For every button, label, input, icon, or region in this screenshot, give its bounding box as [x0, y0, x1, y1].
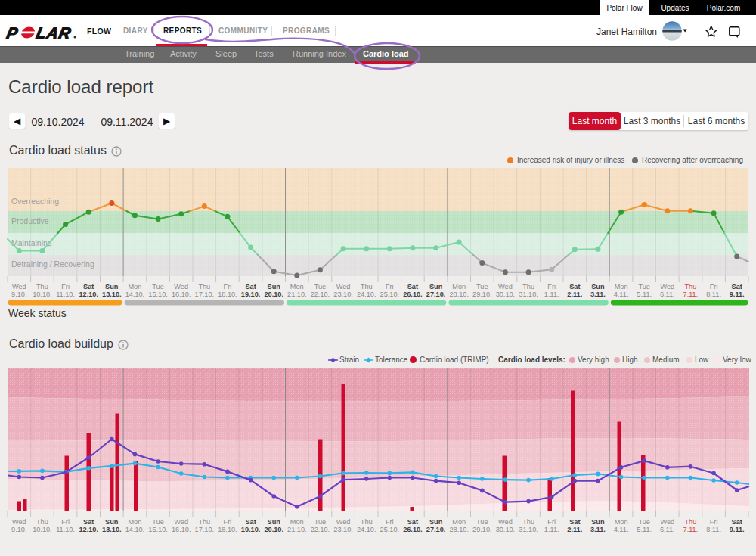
svg-text:Sun: Sun [429, 518, 443, 526]
svg-text:Sun: Sun [105, 518, 119, 526]
svg-text:27.10.: 27.10. [426, 290, 446, 298]
svg-text:21.10.: 21.10. [287, 526, 307, 533]
svg-text:Thu: Thu [36, 518, 48, 526]
svg-text:6.11.: 6.11. [660, 526, 675, 533]
svg-text:9.11.: 9.11. [730, 290, 745, 298]
svg-text:20.10.: 20.10. [264, 526, 284, 533]
svg-text:Wed: Wed [498, 518, 513, 526]
svg-text:26.10.: 26.10. [403, 526, 423, 533]
svg-text:30.10.: 30.10. [496, 290, 516, 298]
svg-text:24.10.: 24.10. [357, 526, 376, 533]
svg-text:15.10.: 15.10. [148, 290, 168, 298]
svg-text:31.10.: 31.10. [519, 526, 538, 533]
svg-text:Sat: Sat [407, 518, 418, 526]
svg-text:Fri: Fri [547, 518, 556, 526]
svg-text:Detraining / Recovering: Detraining / Recovering [11, 259, 94, 269]
svg-text:22.10.: 22.10. [311, 526, 330, 533]
svg-text:Mon: Mon [290, 283, 304, 290]
svg-text:Sun: Sun [591, 283, 605, 290]
svg-text:Thu: Thu [522, 518, 534, 526]
svg-text:3.11.: 3.11. [590, 290, 606, 298]
svg-text:Thu: Thu [361, 518, 373, 526]
svg-text:Tue: Tue [152, 518, 164, 526]
svg-text:11.10.: 11.10. [56, 290, 75, 298]
svg-text:23.10.: 23.10. [333, 290, 353, 298]
svg-text:16.10.: 16.10. [172, 526, 191, 533]
svg-text:Wed: Wed [174, 283, 188, 290]
svg-text:Fri: Fri [547, 283, 556, 290]
svg-text:31.10.: 31.10. [519, 290, 538, 298]
svg-text:2.11.: 2.11. [567, 290, 582, 298]
svg-text:Tue: Tue [476, 283, 488, 290]
svg-text:Wed: Wed [12, 518, 26, 526]
svg-text:Thu: Thu [198, 283, 210, 290]
svg-text:5.11.: 5.11. [637, 526, 652, 533]
svg-text:Wed: Wed [174, 518, 188, 526]
svg-text:11.10.: 11.10. [56, 526, 75, 533]
svg-text:Sun: Sun [105, 283, 119, 290]
svg-text:Tue: Tue [314, 283, 327, 290]
svg-text:19.10.: 19.10. [241, 290, 261, 298]
svg-text:Mon: Mon [128, 283, 141, 290]
svg-text:Thu: Thu [36, 283, 48, 290]
svg-text:Thu: Thu [684, 518, 696, 526]
svg-text:Sun: Sun [268, 283, 281, 290]
svg-text:26.10.: 26.10. [403, 290, 423, 298]
svg-text:28.10.: 28.10. [449, 526, 469, 533]
svg-text:14.10.: 14.10. [125, 290, 145, 298]
svg-text:1.11.: 1.11. [544, 290, 559, 298]
svg-text:Fri: Fri [61, 518, 70, 526]
svg-text:17.10.: 17.10. [195, 526, 215, 533]
svg-text:Tue: Tue [638, 518, 650, 526]
svg-text:17.10.: 17.10. [195, 290, 215, 298]
svg-text:Sun: Sun [429, 283, 443, 290]
svg-text:1.11.: 1.11. [544, 526, 559, 533]
svg-text:7.11.: 7.11. [683, 290, 699, 298]
svg-text:Fri: Fri [224, 518, 232, 526]
svg-text:Thu: Thu [198, 518, 210, 526]
svg-text:5.11.: 5.11. [637, 290, 652, 298]
svg-text:Fri: Fri [61, 283, 70, 290]
svg-text:Sat: Sat [569, 518, 580, 526]
svg-text:Tue: Tue [476, 518, 488, 526]
svg-text:3.11.: 3.11. [590, 526, 606, 533]
svg-text:Thu: Thu [361, 283, 373, 290]
svg-text:12.10.: 12.10. [79, 526, 98, 533]
svg-text:Sat: Sat [732, 518, 742, 526]
svg-text:Mon: Mon [615, 518, 628, 526]
svg-text:29.10.: 29.10. [472, 526, 492, 533]
svg-text:Sat: Sat [407, 283, 418, 290]
svg-text:Fri: Fri [386, 283, 394, 290]
svg-text:19.10.: 19.10. [241, 526, 261, 533]
svg-text:29.10.: 29.10. [472, 290, 492, 298]
svg-text:Wed: Wed [660, 283, 674, 290]
svg-text:Mon: Mon [290, 518, 304, 526]
svg-text:15.10.: 15.10. [148, 526, 168, 533]
svg-text:Mon: Mon [128, 518, 141, 526]
svg-text:7.11.: 7.11. [683, 526, 699, 533]
svg-text:9.11.: 9.11. [730, 526, 745, 533]
svg-text:Sun: Sun [268, 518, 281, 526]
svg-text:Sat: Sat [245, 518, 256, 526]
svg-text:Productive: Productive [11, 216, 49, 225]
svg-text:Sat: Sat [569, 283, 580, 290]
svg-text:Wed: Wed [660, 518, 674, 526]
svg-text:Fri: Fri [710, 283, 718, 290]
svg-text:2.11.: 2.11. [567, 526, 582, 533]
svg-text:Fri: Fri [224, 283, 232, 290]
svg-text:Mon: Mon [615, 283, 628, 290]
svg-text:9.10.: 9.10. [11, 526, 26, 533]
svg-text:Sun: Sun [591, 518, 605, 526]
svg-text:13.10.: 13.10. [102, 290, 122, 298]
svg-text:Tue: Tue [638, 283, 650, 290]
svg-text:28.10.: 28.10. [449, 290, 469, 298]
svg-text:30.10.: 30.10. [496, 526, 516, 533]
svg-text:25.10.: 25.10. [380, 526, 400, 533]
svg-text:20.10.: 20.10. [264, 290, 284, 298]
svg-text:24.10.: 24.10. [357, 290, 376, 298]
svg-text:4.11.: 4.11. [614, 290, 629, 298]
svg-text:Wed: Wed [336, 518, 351, 526]
svg-text:Sat: Sat [83, 518, 94, 526]
svg-text:25.10.: 25.10. [380, 290, 400, 298]
svg-text:16.10.: 16.10. [172, 290, 191, 298]
